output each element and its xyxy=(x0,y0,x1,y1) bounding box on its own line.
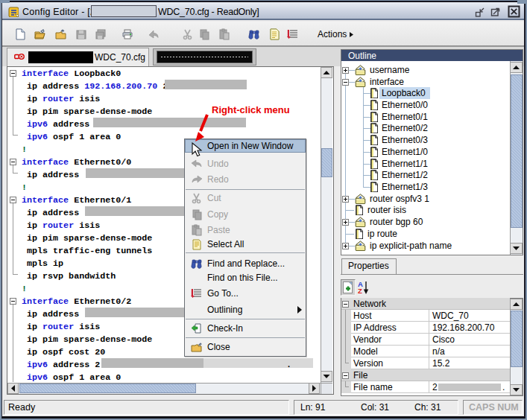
svg-text:Z: Z xyxy=(358,287,362,295)
